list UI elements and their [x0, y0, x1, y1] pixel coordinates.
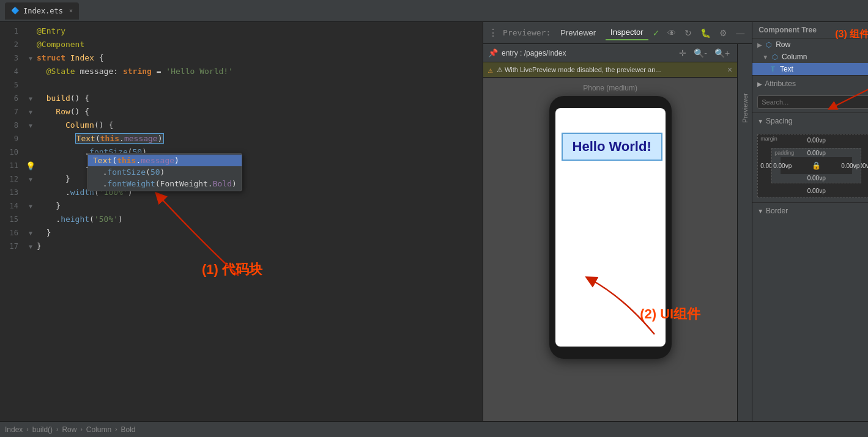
line-gutter[interactable]: ▼: [24, 243, 37, 250]
line-content[interactable]: @Component: [37, 38, 483, 51]
line-num: 13: [0, 188, 24, 197]
main-area: 1 @Entry 2 @Component 3 ▼ struct Index {: [0, 22, 868, 421]
previewer-content: Phone (medium) Hello World! (2) UI组件: [483, 78, 737, 421]
tree-item-text[interactable]: T Text: [752, 63, 868, 75]
eye-icon-btn[interactable]: 👁: [665, 27, 678, 39]
spacing-section: margin 0.00vp 0.00vp 0.00vp padding 0.00…: [752, 129, 868, 202]
padding-bottom[interactable]: 0.00vp: [807, 175, 826, 182]
top-right-icons: ✓ 👁 ↻ 🐛 ⚙ —: [653, 27, 747, 39]
vert-previewer-label: Previewer: [741, 93, 749, 123]
minimize-icon-btn[interactable]: —: [733, 27, 747, 39]
code-editor: 1 @Entry 2 @Component 3 ▼ struct Index {: [0, 22, 483, 421]
line-content[interactable]: }: [37, 240, 483, 253]
line-gutter[interactable]: ▼: [24, 176, 37, 183]
code-line: 15 .height('50%'): [0, 213, 483, 226]
menu-dots-icon[interactable]: ⋮: [488, 27, 498, 39]
line-gutter[interactable]: 💡: [24, 161, 37, 171]
warn-close-btn[interactable]: ×: [727, 65, 732, 75]
line-num: 12: [0, 175, 24, 183]
tab-inspector[interactable]: Inspector: [606, 25, 648, 40]
warn-text: ⚠ With LivePreview mode disabled, the pr…: [497, 66, 661, 74]
previewer-toolbar-label: Previewer:: [503, 28, 551, 37]
annotation-1-label: (1) 代码块: [202, 260, 262, 279]
path-text: entry : /pages/Index: [502, 49, 566, 57]
margin-box: margin 0.00vp 0.00vp 0.00vp padding 0.00…: [757, 134, 868, 197]
autocomplete-item[interactable]: .fontSize(50): [88, 166, 242, 178]
path-bar: 📌 entry : /pages/Index ✛ 🔍- 🔍+: [483, 44, 737, 62]
line-content[interactable]: Row() {: [37, 105, 483, 119]
border-section-header[interactable]: ▼ Border: [752, 202, 868, 219]
border-label: Border: [766, 207, 788, 215]
tree-item-label: Text: [780, 65, 793, 73]
line-num: 6: [0, 94, 24, 103]
padding-right[interactable]: 0.00vp: [841, 163, 859, 169]
line-gutter[interactable]: ▼: [24, 109, 37, 116]
line-content[interactable]: build() {: [37, 92, 483, 105]
line-gutter[interactable]: ▼: [24, 55, 37, 62]
tab-bar: 🔷 Index.ets ×: [0, 0, 868, 22]
line-gutter[interactable]: ▼: [24, 122, 37, 129]
inspector-panel: Component Tree ▶ ⬡ Row ▼ ⬡ Column T Text: [752, 22, 868, 421]
code-lines: 1 @Entry 2 @Component 3 ▼ struct Index {: [0, 22, 483, 255]
line-num: 10: [0, 148, 24, 156]
line-content[interactable]: @State message: string = 'Hello World!': [37, 65, 483, 78]
line-content[interactable]: }: [37, 226, 483, 240]
line-num: 8: [0, 121, 24, 130]
line-num: 15: [0, 215, 24, 224]
code-line: 14 ▼ }: [0, 199, 483, 213]
zoom-in-icon-btn[interactable]: 🔍+: [712, 47, 732, 59]
zoom-out-icon-btn[interactable]: 🔍-: [691, 47, 710, 59]
code-line: 1 @Entry: [0, 24, 483, 38]
code-line: 9 Text(this.message): [0, 132, 483, 145]
spacing-section-header[interactable]: ▼ Spacing: [752, 112, 868, 129]
line-num: 4: [0, 67, 24, 76]
line-content[interactable]: .height('50%'): [37, 213, 483, 226]
autocomplete-item[interactable]: Text(this.message): [88, 155, 242, 166]
margin-bottom[interactable]: 0.00vp: [807, 188, 826, 194]
attributes-section-header[interactable]: ▶ Attributes: [752, 75, 868, 92]
padding-left[interactable]: 0.00vp: [773, 163, 792, 169]
status-column: Column: [86, 425, 111, 434]
tab-close-btn[interactable]: ×: [69, 7, 73, 14]
line-gutter[interactable]: ▼: [24, 230, 37, 237]
spacing-label: Spacing: [766, 117, 792, 125]
right-vert-bar: Previewer: [737, 44, 752, 421]
status-index: Index: [5, 425, 23, 434]
bug-icon-btn[interactable]: 🐛: [698, 27, 713, 39]
crosshair-icon-btn[interactable]: ✛: [677, 47, 689, 59]
file-tab[interactable]: 🔷 Index.ets ×: [5, 2, 79, 20]
app-container: 🔷 Index.ets × 1 @Entry 2 @Component: [0, 0, 868, 437]
margin-top[interactable]: 0.00vp: [807, 137, 826, 144]
line-num: 1: [0, 27, 24, 35]
tab-label: Index.ets: [23, 7, 63, 15]
line-content[interactable]: @Entry: [37, 24, 483, 38]
autocomplete-popup[interactable]: Text(this.message) .fontSize(50) .fontWe…: [87, 153, 242, 191]
row-tree-icon: ⬡: [766, 41, 772, 49]
line-content[interactable]: Column() {: [37, 119, 483, 132]
tab-previewer[interactable]: Previewer: [555, 26, 601, 40]
previewer-area: 📌 entry : /pages/Index ✛ 🔍- 🔍+ ⚠ ⚠ With …: [483, 44, 752, 421]
line-content[interactable]: struct Index {: [37, 51, 483, 65]
spacing-section-arrow: ▼: [757, 118, 763, 125]
attributes-search-input[interactable]: [762, 98, 868, 106]
line-num: 16: [0, 229, 24, 237]
refresh-icon-btn[interactable]: ↻: [682, 27, 694, 39]
line-content[interactable]: Text(this.message): [37, 132, 483, 145]
line-gutter[interactable]: ▼: [24, 203, 37, 210]
padding-box: padding 0.00vp 0.00vp 0.00vp 🔒 0.00vp: [771, 148, 861, 183]
attributes-section-arrow: ▶: [757, 81, 762, 87]
tree-item-row[interactable]: ▶ ⬡ Row: [752, 39, 868, 51]
line-num: 9: [0, 134, 24, 143]
tree-item-column[interactable]: ▼ ⬡ Column: [752, 51, 868, 63]
settings-icon-btn[interactable]: ⚙: [717, 27, 730, 39]
attributes-search-bar: [757, 95, 868, 109]
padding-top[interactable]: 0.00vp: [807, 150, 826, 156]
status-row: Row: [62, 425, 76, 434]
file-icon: 🔷: [11, 7, 20, 15]
margin-label: margin: [760, 136, 777, 142]
autocomplete-item[interactable]: .fontWeight(FontWeight.Bold): [88, 178, 242, 189]
line-gutter[interactable]: ▼: [24, 95, 37, 102]
previewer-toolbar: ⋮ Previewer: Previewer Inspector ✓ 👁 ↻ 🐛…: [483, 22, 752, 44]
previewer-panel: ⋮ Previewer: Previewer Inspector ✓ 👁 ↻ 🐛…: [483, 22, 752, 421]
line-content[interactable]: }: [37, 199, 483, 213]
